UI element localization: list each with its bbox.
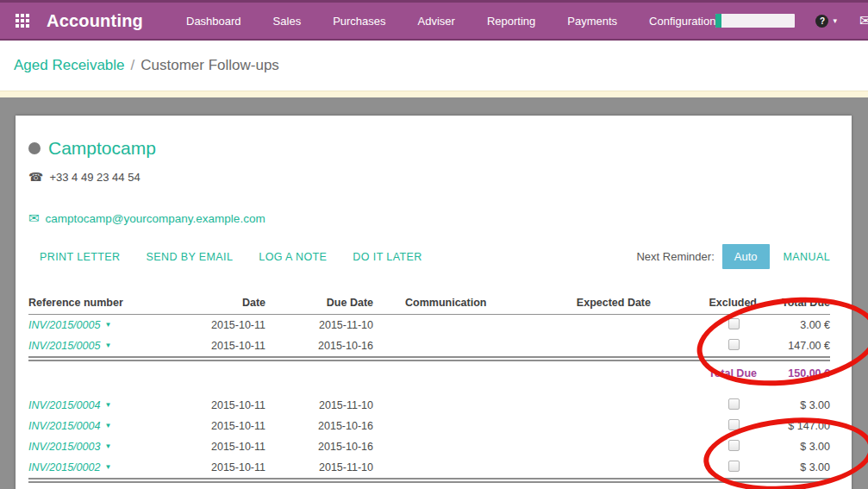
chevron-down-icon[interactable]: ▼ bbox=[104, 401, 111, 409]
invoice-due-date: 2015-10-16 bbox=[265, 335, 373, 359]
followup-report-sheet: Camptocamp ☎ +33 4 49 23 44 54 ✉ camptoc… bbox=[16, 116, 852, 489]
invoice-reference-link[interactable]: INV/2015/0005 bbox=[28, 319, 100, 331]
excluded-checkbox[interactable] bbox=[728, 318, 740, 329]
main-menu: Dashboard Sales Purchases Adviser Report… bbox=[186, 15, 715, 28]
invoice-due-date: 2015-10-16 bbox=[265, 416, 373, 436]
invoice-communication bbox=[373, 457, 537, 480]
invoice-due-date: 2015-11-10 bbox=[265, 457, 373, 480]
invoice-date: 2015-10-11 bbox=[179, 457, 265, 480]
breadcrumb-separator: / bbox=[131, 57, 135, 74]
invoice-date: 2015-10-11 bbox=[179, 315, 265, 336]
section-total-label: Total Due bbox=[666, 480, 757, 489]
chevron-down-icon[interactable]: ▼ bbox=[104, 342, 111, 349]
excluded-checkbox[interactable] bbox=[728, 461, 740, 472]
excluded-checkbox[interactable] bbox=[728, 440, 740, 451]
customer-email-link[interactable]: camptocamp@yourcompany.example.com bbox=[46, 212, 265, 225]
header-due-date: Due Date bbox=[265, 295, 373, 315]
nav-item-sales[interactable]: Sales bbox=[273, 15, 302, 28]
table-header-row: Reference number Date Due Date Communica… bbox=[28, 295, 830, 315]
invoice-date: 2015-10-11 bbox=[179, 335, 265, 359]
chevron-down-icon[interactable]: ▼ bbox=[104, 321, 111, 329]
invoice-expected-date bbox=[537, 395, 666, 416]
send-by-email-button[interactable]: SEND BY EMAIL bbox=[146, 251, 233, 263]
customer-email-row: ✉ camptocamp@yourcompany.example.com bbox=[28, 210, 830, 226]
top-navbar: Accounting Dashboard Sales Purchases Adv… bbox=[0, 0, 868, 41]
header-total-due: Total Due bbox=[757, 295, 830, 315]
navbar-right-cluster: ? ▾ ✉ 21 bbox=[715, 14, 868, 28]
header-excluded: Excluded bbox=[666, 295, 757, 315]
planner-progress-fill bbox=[715, 14, 721, 28]
customer-phone-row: ☎ +33 4 49 23 44 54 bbox=[28, 170, 830, 184]
invoice-expected-date bbox=[537, 416, 666, 436]
followup-invoice-table: Reference number Date Due Date Communica… bbox=[28, 295, 830, 489]
header-date: Date bbox=[179, 295, 265, 315]
print-letter-button[interactable]: PRINT LETTER bbox=[40, 251, 120, 263]
manual-reminder-button[interactable]: MANUAL bbox=[784, 251, 831, 263]
section-total-label: Total Due bbox=[666, 359, 757, 383]
messages-icon[interactable]: ✉ bbox=[859, 14, 868, 28]
planner-progress-bar[interactable] bbox=[715, 14, 795, 28]
next-reminder-group: Next Reminder: Auto MANUAL bbox=[636, 244, 830, 269]
section-total-row: Total Due $ 156.00 bbox=[28, 480, 830, 489]
invoice-reference-link[interactable]: INV/2015/0004 bbox=[28, 399, 100, 411]
phone-icon: ☎ bbox=[28, 170, 43, 184]
auto-reminder-button[interactable]: Auto bbox=[722, 244, 770, 269]
breadcrumb-parent-link[interactable]: Aged Receivable bbox=[14, 57, 125, 74]
chevron-down-icon[interactable]: ▼ bbox=[104, 422, 111, 429]
nav-item-payments[interactable]: Payments bbox=[567, 15, 617, 28]
chevron-down-icon[interactable]: ▼ bbox=[104, 442, 111, 450]
invoice-reference-link[interactable]: INV/2015/0004 bbox=[28, 420, 100, 432]
nav-item-dashboard[interactable]: Dashboard bbox=[186, 15, 241, 28]
nav-item-purchases[interactable]: Purchases bbox=[333, 15, 385, 28]
chevron-down-icon[interactable]: ▼ bbox=[104, 463, 111, 471]
chevron-down-icon: ▾ bbox=[833, 16, 837, 25]
customer-name-link[interactable]: Camptocamp bbox=[48, 138, 156, 159]
nav-item-adviser[interactable]: Adviser bbox=[418, 15, 455, 28]
log-a-note-button[interactable]: LOG A NOTE bbox=[259, 251, 327, 263]
invoice-total-due: 3.00 € bbox=[757, 315, 830, 336]
section-total-amount: 150.00 € bbox=[757, 359, 830, 383]
breadcrumb-current: Customer Follow-ups bbox=[141, 57, 279, 74]
invoice-communication bbox=[373, 416, 537, 436]
followup-actions-row: PRINT LETTER SEND BY EMAIL LOG A NOTE DO… bbox=[28, 244, 830, 269]
sheet-top-strip bbox=[0, 91, 868, 97]
invoice-total-due: $ 3.00 bbox=[757, 436, 830, 457]
invoice-total-due: 147.00 € bbox=[757, 335, 830, 359]
next-reminder-label: Next Reminder: bbox=[636, 250, 714, 263]
invoice-row: INV/2015/0004▼2015-10-112015-11-10$ 3.00 bbox=[28, 395, 830, 416]
invoice-row: INV/2015/0002▼2015-10-112015-11-10$ 3.00 bbox=[28, 457, 830, 480]
customer-phone: +33 4 49 23 44 54 bbox=[49, 171, 140, 184]
nav-item-configuration[interactable]: Configuration bbox=[649, 15, 715, 28]
invoice-due-date: 2015-11-10 bbox=[265, 395, 373, 416]
excluded-checkbox[interactable] bbox=[728, 398, 740, 410]
header-expected-date: Expected Date bbox=[537, 295, 666, 315]
excluded-checkbox[interactable] bbox=[728, 419, 740, 430]
help-icon: ? bbox=[815, 15, 828, 28]
invoice-reference-link[interactable]: INV/2015/0005 bbox=[28, 340, 100, 352]
invoice-communication bbox=[373, 315, 537, 336]
help-menu[interactable]: ? ▾ bbox=[815, 15, 837, 28]
invoice-row: INV/2015/0005▼2015-10-112015-11-103.00 € bbox=[28, 315, 830, 336]
invoice-expected-date bbox=[537, 457, 666, 480]
invoice-date: 2015-10-11 bbox=[179, 416, 265, 436]
invoice-expected-date bbox=[537, 436, 666, 457]
invoice-communication bbox=[373, 335, 537, 359]
invoice-row: INV/2015/0003▼2015-10-112015-10-16$ 3.00 bbox=[28, 436, 830, 457]
invoice-expected-date bbox=[537, 335, 666, 359]
header-communication: Communication bbox=[373, 295, 537, 315]
nav-item-reporting[interactable]: Reporting bbox=[487, 15, 535, 28]
invoice-reference-link[interactable]: INV/2015/0002 bbox=[28, 461, 100, 473]
excluded-checkbox[interactable] bbox=[728, 339, 740, 350]
section-total-amount: $ 156.00 bbox=[757, 480, 830, 489]
contact-bullet-icon bbox=[28, 142, 41, 154]
invoice-date: 2015-10-11 bbox=[179, 436, 265, 457]
header-reference-number: Reference number bbox=[28, 295, 179, 315]
section-spacer bbox=[28, 383, 830, 395]
invoice-reference-link[interactable]: INV/2015/0003 bbox=[28, 441, 100, 453]
apps-grid-icon[interactable] bbox=[16, 14, 29, 28]
invoice-date: 2015-10-11 bbox=[179, 395, 265, 416]
do-it-later-button[interactable]: DO IT LATER bbox=[353, 251, 422, 263]
customer-header: Camptocamp bbox=[28, 138, 830, 159]
invoice-due-date: 2015-10-16 bbox=[265, 436, 373, 457]
invoice-row: INV/2015/0005▼2015-10-112015-10-16147.00… bbox=[28, 335, 830, 359]
